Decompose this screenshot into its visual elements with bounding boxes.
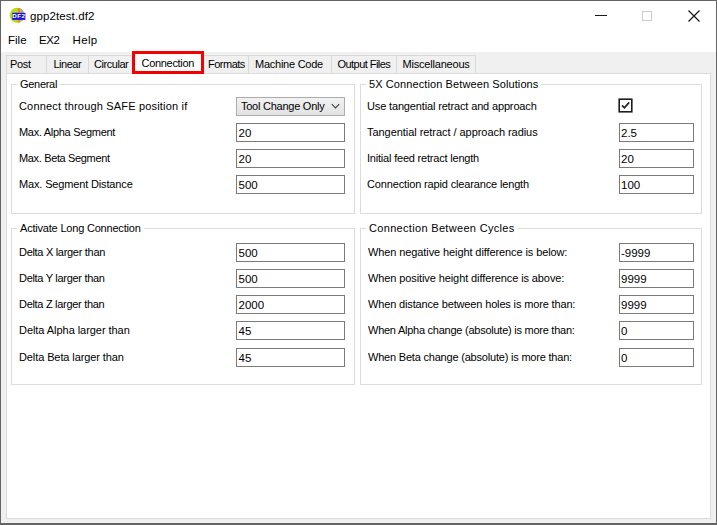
svg-text:DF2: DF2 <box>12 12 25 19</box>
